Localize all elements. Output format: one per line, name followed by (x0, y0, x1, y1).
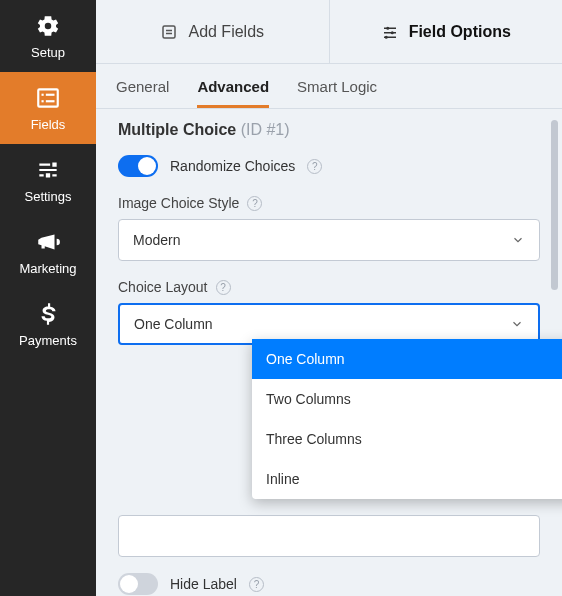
help-icon[interactable]: ? (247, 196, 262, 211)
gear-icon (35, 13, 61, 39)
sidebar-item-marketing[interactable]: Marketing (0, 216, 96, 288)
sidebar-label-payments: Payments (19, 333, 77, 348)
tab-add-fields[interactable]: Add Fields (96, 0, 330, 63)
sidebar-label-marketing: Marketing (19, 261, 76, 276)
svg-rect-3 (42, 100, 44, 102)
svg-point-11 (390, 31, 393, 34)
tab-field-options[interactable]: Field Options (330, 0, 563, 63)
svg-point-13 (384, 35, 387, 38)
chevron-down-icon (511, 233, 525, 247)
hidden-field-box (118, 515, 540, 557)
field-name: Multiple Choice (118, 121, 236, 138)
chevron-down-icon (510, 317, 524, 331)
form-icon (160, 23, 178, 41)
main-panel: Add Fields Field Options General Advance… (96, 0, 562, 596)
sidebar-item-fields[interactable]: Fields (0, 72, 96, 144)
help-icon[interactable]: ? (249, 577, 264, 592)
tab-add-fields-label: Add Fields (188, 23, 264, 41)
sub-tab-advanced[interactable]: Advanced (197, 78, 269, 108)
svg-rect-1 (42, 93, 44, 95)
randomize-toggle[interactable] (118, 155, 158, 177)
scrollbar[interactable] (551, 120, 558, 290)
sidebar-item-setup[interactable]: Setup (0, 0, 96, 72)
hide-label-text: Hide Label (170, 576, 237, 592)
sub-tab-smart-logic[interactable]: Smart Logic (297, 78, 377, 108)
dollar-icon (35, 301, 61, 327)
choice-layout-label: Choice Layout ? (118, 279, 540, 295)
sidebar-label-fields: Fields (31, 117, 66, 132)
image-choice-style-select[interactable]: Modern (118, 219, 540, 261)
dropdown-option-inline[interactable]: Inline (252, 459, 562, 499)
dropdown-option-one-column[interactable]: One Column (252, 339, 562, 379)
hide-label-toggle[interactable] (118, 573, 158, 595)
dropdown-option-two-columns[interactable]: Two Columns (252, 379, 562, 419)
svg-rect-5 (163, 26, 175, 38)
sub-tabs: General Advanced Smart Logic (96, 64, 562, 109)
top-tabs: Add Fields Field Options (96, 0, 562, 64)
svg-rect-4 (46, 100, 55, 102)
sliders-icon (35, 157, 61, 183)
svg-point-9 (386, 26, 389, 29)
choice-layout-dropdown: One Column Two Columns Three Columns Inl… (252, 339, 562, 499)
sidebar-item-settings[interactable]: Settings (0, 144, 96, 216)
choice-layout-value: One Column (134, 316, 213, 332)
randomize-row: Randomize Choices ? (118, 155, 540, 177)
image-choice-style-label: Image Choice Style ? (118, 195, 540, 211)
field-title: Multiple Choice (ID #1) (118, 121, 540, 139)
help-icon[interactable]: ? (307, 159, 322, 174)
bullhorn-icon (35, 229, 61, 255)
sidebar-label-settings: Settings (25, 189, 72, 204)
sub-tab-general[interactable]: General (116, 78, 169, 108)
image-choice-style-value: Modern (133, 232, 180, 248)
svg-rect-2 (46, 93, 55, 95)
svg-rect-0 (38, 89, 58, 106)
hide-label-row: Hide Label ? (118, 573, 540, 595)
list-icon (35, 85, 61, 111)
randomize-label: Randomize Choices (170, 158, 295, 174)
options-icon (381, 23, 399, 41)
field-id: (ID #1) (241, 121, 290, 138)
tab-field-options-label: Field Options (409, 23, 511, 41)
help-icon[interactable]: ? (216, 280, 231, 295)
sidebar-label-setup: Setup (31, 45, 65, 60)
sidebar: Setup Fields Settings Marketing Payments (0, 0, 96, 596)
dropdown-option-three-columns[interactable]: Three Columns (252, 419, 562, 459)
sidebar-item-payments[interactable]: Payments (0, 288, 96, 360)
